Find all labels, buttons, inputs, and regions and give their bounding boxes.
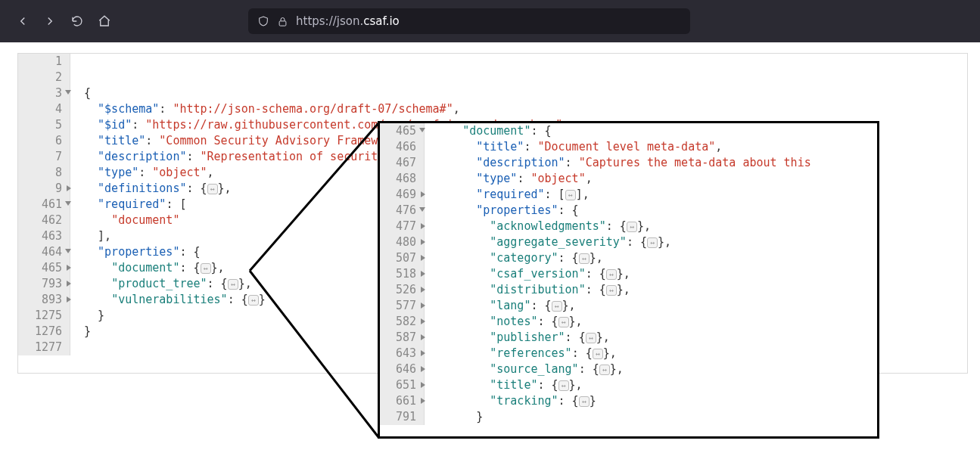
- gutter-line[interactable]: 477: [380, 219, 418, 234]
- fold-marker[interactable]: ↔: [579, 253, 590, 264]
- fold-marker[interactable]: ↔: [552, 301, 562, 312]
- code-line[interactable]: }: [435, 409, 811, 425]
- gutter-line[interactable]: 582: [380, 314, 418, 330]
- gutter-line[interactable]: 9: [18, 181, 64, 197]
- gutter-line[interactable]: 469: [380, 187, 418, 203]
- code-area[interactable]: "document": { "title": "Document level m…: [425, 123, 811, 425]
- gutter-line[interactable]: 461: [18, 197, 64, 213]
- gutter-line[interactable]: 4: [18, 101, 64, 117]
- code-line[interactable]: "document": {: [435, 123, 811, 139]
- code-line[interactable]: {: [84, 85, 679, 101]
- gutter-line[interactable]: 7: [18, 149, 64, 165]
- code-line[interactable]: "aggregate_severity": {↔},: [435, 234, 811, 250]
- code-line[interactable]: "csaf_version": {↔},: [435, 266, 811, 282]
- url-bar[interactable]: https://json.csaf.io: [248, 8, 690, 34]
- fold-marker[interactable]: ↔: [248, 295, 259, 306]
- gutter-line[interactable]: 463: [18, 228, 64, 244]
- gutter-line[interactable]: 587: [380, 330, 418, 346]
- fold-marker[interactable]: ↔: [647, 237, 658, 248]
- code-line[interactable]: "properties": {: [435, 203, 811, 219]
- code-line[interactable]: "tracking": {↔}: [435, 393, 811, 409]
- fold-marker[interactable]: ↔: [228, 279, 238, 290]
- code-line[interactable]: "notes": {↔},: [435, 314, 811, 330]
- gutter-line[interactable]: 661: [380, 393, 418, 409]
- gutter-line[interactable]: 467: [380, 155, 418, 171]
- gutter-line[interactable]: 646: [380, 361, 418, 377]
- gutter-line[interactable]: 893: [18, 292, 64, 308]
- gutter-line[interactable]: 1276: [18, 324, 64, 340]
- fold-marker[interactable]: ↔: [558, 380, 569, 391]
- code-line[interactable]: "$schema": "http://json-schema.org/draft…: [84, 101, 679, 117]
- code-line[interactable]: "type": "object",: [435, 171, 811, 187]
- code-line[interactable]: "distribution": {↔},: [435, 282, 811, 298]
- gutter-line[interactable]: 507: [380, 250, 418, 266]
- forward-button[interactable]: [38, 9, 62, 33]
- code-line[interactable]: "title": "Document level meta-data",: [435, 139, 811, 155]
- fold-marker[interactable]: ↔: [593, 349, 603, 359]
- fold-marker[interactable]: ↔: [606, 269, 617, 280]
- browser-toolbar: https://json.csaf.io: [0, 0, 980, 42]
- gutter-line[interactable]: 5: [18, 117, 64, 133]
- gutter-line[interactable]: 464: [18, 244, 64, 260]
- json-viewer-zoom: 4654664674684694764774805075185265775825…: [378, 121, 879, 439]
- back-button[interactable]: [11, 9, 35, 33]
- home-button[interactable]: [92, 9, 117, 33]
- line-gutter: 4654664674684694764774805075185265775825…: [380, 123, 425, 425]
- code-line[interactable]: "required": [↔],: [435, 187, 811, 203]
- gutter-line[interactable]: 1277: [18, 340, 64, 355]
- gutter-line[interactable]: 1275: [18, 308, 64, 324]
- gutter-line[interactable]: 468: [380, 171, 418, 187]
- url-text: https://json.csaf.io: [296, 14, 400, 28]
- gutter-line[interactable]: 480: [380, 234, 418, 250]
- code-line[interactable]: "acknowledgments": {↔},: [435, 219, 811, 234]
- gutter-line[interactable]: 526: [380, 282, 418, 298]
- gutter-line[interactable]: 643: [380, 346, 418, 361]
- gutter-line[interactable]: 793: [18, 276, 64, 292]
- gutter-line[interactable]: 577: [380, 298, 418, 314]
- line-gutter: 1234567894614624634644657938931275127612…: [18, 54, 70, 355]
- fold-marker[interactable]: ↔: [565, 190, 576, 200]
- gutter-line[interactable]: 1: [18, 54, 64, 70]
- code-line[interactable]: [84, 70, 679, 85]
- code-line[interactable]: "category": {↔},: [435, 250, 811, 266]
- code-line[interactable]: "lang": {↔},: [435, 298, 811, 314]
- gutter-line[interactable]: 476: [380, 203, 418, 219]
- fold-marker[interactable]: ↔: [627, 222, 637, 232]
- lock-icon: [277, 16, 288, 27]
- code-line[interactable]: "references": {↔},: [435, 346, 811, 361]
- gutter-line[interactable]: 2: [18, 70, 64, 85]
- code-line[interactable]: "title": {↔},: [435, 377, 811, 393]
- code-line[interactable]: [84, 54, 679, 70]
- code-line[interactable]: "description": "Captures the meta-data a…: [435, 155, 811, 171]
- gutter-line[interactable]: 462: [18, 213, 64, 228]
- code-line[interactable]: "source_lang": {↔},: [435, 361, 811, 377]
- reload-button[interactable]: [65, 9, 89, 33]
- svg-rect-0: [279, 20, 286, 25]
- gutter-line[interactable]: 518: [380, 266, 418, 282]
- fold-marker[interactable]: ↔: [558, 317, 569, 327]
- gutter-line[interactable]: 465: [380, 123, 418, 139]
- fold-marker[interactable]: ↔: [579, 396, 590, 407]
- gutter-line[interactable]: 3: [18, 85, 64, 101]
- gutter-line[interactable]: 465: [18, 260, 64, 276]
- gutter-line[interactable]: 791: [380, 409, 418, 425]
- gutter-line[interactable]: 8: [18, 165, 64, 181]
- gutter-line[interactable]: 6: [18, 133, 64, 149]
- fold-marker[interactable]: ↔: [207, 184, 218, 194]
- shield-icon: [257, 15, 269, 27]
- fold-marker[interactable]: ↔: [586, 333, 596, 343]
- gutter-line[interactable]: 466: [380, 139, 418, 155]
- code-line[interactable]: "publisher": {↔},: [435, 330, 811, 346]
- fold-marker[interactable]: ↔: [606, 285, 617, 296]
- gutter-line[interactable]: 651: [380, 377, 418, 393]
- fold-marker[interactable]: ↔: [201, 263, 211, 274]
- fold-marker[interactable]: ↔: [599, 365, 610, 375]
